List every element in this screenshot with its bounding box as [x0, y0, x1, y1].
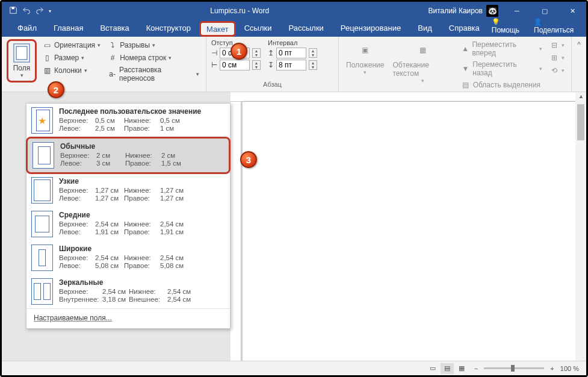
annotation-marker-3: 3	[240, 151, 257, 168]
breaks-button[interactable]: ⤵Разрывы	[106, 39, 201, 51]
tab-view[interactable]: Вид	[409, 19, 441, 37]
orientation-icon: ▭	[42, 40, 52, 50]
redo-icon[interactable]	[36, 6, 44, 16]
view-read-icon[interactable]: ▭	[426, 363, 439, 374]
view-web-icon[interactable]: ▦	[455, 363, 468, 374]
wrap-text-button[interactable]: ▦Обтекание текстом	[390, 39, 455, 85]
line-numbers-button[interactable]: #Номера строк	[106, 52, 201, 64]
view-print-icon[interactable]: ▤	[441, 363, 454, 374]
margins-icon	[12, 43, 31, 63]
margins-option-mirrored[interactable]: Зеркальные Верхнее:2,54 смНижнее:2,54 см…	[26, 275, 230, 308]
selection-pane-button[interactable]: ▤Область выделения	[459, 79, 544, 91]
zoom-slider[interactable]	[484, 367, 544, 369]
spacing-label: Интервал	[268, 39, 317, 46]
bring-forward-icon: ▲	[461, 44, 470, 54]
share-button[interactable]: Поделиться	[530, 15, 580, 37]
status-bar: ▭ ▤ ▦ − + 100 %	[2, 361, 586, 375]
group-icon: ⊞	[549, 53, 559, 63]
margins-option-wide[interactable]: Широкие Верхнее:2,54 смНижнее:2,54 смЛев…	[26, 241, 230, 275]
orientation-button[interactable]: ▭Ориентация	[40, 39, 102, 51]
columns-icon: ▥	[42, 66, 52, 75]
tab-home[interactable]: Главная	[45, 19, 91, 37]
ribbon: Поля ▭Ориентация ▯Размер ▥Колонки ⤵Разры…	[2, 37, 586, 92]
columns-button[interactable]: ▥Колонки	[40, 64, 102, 76]
margins-option-narrow[interactable]: Узкие Верхнее:1,27 смНижнее:1,27 смЛевое…	[26, 173, 230, 207]
rotate-button[interactable]: ⟲	[548, 64, 566, 76]
collapse-ribbon-button[interactable]: ^	[572, 37, 586, 92]
horizontal-ruler[interactable]	[231, 92, 575, 102]
user-name[interactable]: Виталий Каиров	[428, 7, 483, 15]
margins-label: Поля	[13, 64, 31, 72]
annotation-marker-1: 1	[231, 43, 247, 60]
margins-option-moderate[interactable]: Средние Верхнее:2,54 смНижнее:2,54 смЛев…	[26, 207, 230, 241]
bring-forward-button[interactable]: ▲Переместить вперед	[459, 39, 544, 58]
size-icon: ▯	[42, 53, 52, 63]
size-button[interactable]: ▯Размер	[40, 52, 102, 64]
send-backward-button[interactable]: ▼Переместить назад	[459, 59, 544, 78]
window-title: Lumpics.ru - Word	[51, 7, 428, 15]
selection-pane-icon: ▤	[461, 80, 471, 90]
tab-mailings[interactable]: Рассылки	[280, 19, 332, 37]
hyphenation-icon: a-	[108, 69, 117, 79]
indent-right-spinner[interactable]: ⊢▲▼	[211, 60, 261, 70]
space-after-spinner[interactable]: ↧▲▼	[268, 60, 317, 70]
save-icon[interactable]	[9, 6, 17, 16]
tab-references[interactable]: Ссылки	[236, 19, 280, 37]
breaks-icon: ⤵	[108, 40, 117, 50]
ribbon-tabs: Файл Главная Вставка Конструктор Макет С…	[2, 20, 586, 37]
zoom-level[interactable]: 100 %	[560, 365, 579, 372]
align-button[interactable]: ⊟	[548, 39, 566, 51]
zoom-in-button[interactable]: +	[550, 365, 554, 372]
annotation-marker-2: 2	[48, 81, 64, 98]
tab-file[interactable]: Файл	[9, 19, 45, 37]
tab-layout[interactable]: Макет	[199, 21, 236, 37]
tab-insert[interactable]: Вставка	[91, 19, 137, 37]
vertical-scrollbar[interactable]: ▲	[575, 92, 586, 361]
undo-icon[interactable]	[22, 6, 31, 16]
space-before-spinner[interactable]: ↥▲▼	[268, 48, 317, 58]
tab-help[interactable]: Справка	[441, 19, 488, 37]
tab-review[interactable]: Рецензирование	[332, 19, 409, 37]
group-button[interactable]: ⊞	[548, 52, 566, 64]
margins-dropdown-menu: ★ Последнее пользовательское значение Ве…	[26, 103, 231, 329]
tab-design[interactable]: Конструктор	[138, 19, 199, 37]
margins-option-normal[interactable]: Обычные Верхнее:2 смНижнее:2 смЛевое:3 с…	[26, 137, 231, 174]
paragraph-group-label: Абзац	[211, 81, 333, 89]
vertical-ruler[interactable]	[231, 102, 241, 361]
position-icon: ▣	[356, 40, 375, 60]
position-button[interactable]: ▣Положение	[344, 39, 386, 76]
document-page[interactable]	[243, 102, 580, 361]
rotate-icon: ⟲	[549, 66, 559, 75]
wrap-icon: ▦	[413, 40, 433, 60]
margins-button[interactable]: Поля	[10, 42, 34, 79]
zoom-out-button[interactable]: −	[474, 365, 478, 372]
margins-option-last-custom[interactable]: ★ Последнее пользовательское значение Ве…	[26, 104, 230, 137]
svg-rect-0	[11, 7, 14, 9]
hyphenation-button[interactable]: a-Расстановка переносов	[106, 64, 201, 84]
margins-custom-button[interactable]: Настраиваемые поля...	[26, 309, 230, 328]
help-button[interactable]: Помощь	[488, 15, 528, 37]
svg-rect-2	[16, 46, 27, 60]
line-numbers-icon: #	[108, 53, 117, 63]
align-icon: ⊟	[549, 40, 559, 50]
send-backward-icon: ▼	[461, 64, 471, 73]
